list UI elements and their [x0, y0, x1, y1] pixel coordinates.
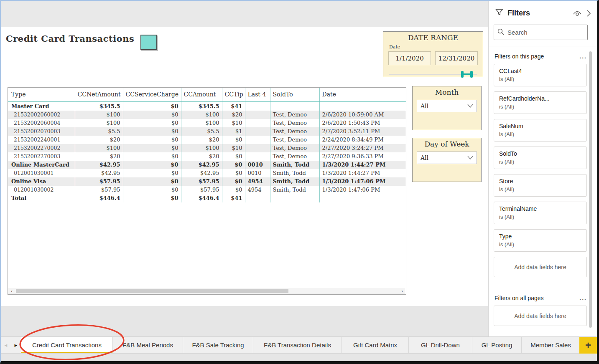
date-end-input[interactable]: 12/31/2020 — [435, 51, 478, 65]
table-cell: Test, Demoo — [270, 127, 319, 136]
table-row[interactable]: 21532002060002$100$0$100$20Test, Demoo2/… — [8, 111, 406, 119]
filter-card-type[interactable]: Typeis (All) — [494, 229, 587, 252]
column-header-soldto[interactable]: SoldTo — [270, 88, 319, 102]
table-cell: $0 — [123, 102, 181, 111]
more-options-icon[interactable]: ... — [579, 295, 587, 301]
tabs-scroll-right-icon[interactable]: ► — [11, 337, 21, 353]
month-dropdown[interactable]: All — [417, 100, 477, 112]
dow-slicer-title: Day of Week — [413, 138, 481, 148]
scroll-right-icon[interactable]: › — [399, 288, 405, 294]
filter-card-salenum[interactable]: SaleNumis (All) — [494, 119, 587, 142]
filters-pane-scrollbar[interactable] — [589, 51, 592, 328]
column-header-date[interactable]: Date — [319, 88, 406, 102]
table-cell — [245, 144, 270, 152]
table-row[interactable]: 21532002070003$5.5$0$5.5$1Test, Demoo2/7… — [8, 127, 406, 136]
table-cell: $42.95 — [75, 169, 123, 177]
column-header-last-4[interactable]: Last 4 — [245, 88, 270, 102]
table-cell: 4954 — [245, 177, 270, 186]
table-cell: $0 — [222, 186, 245, 194]
date-range-title: DATE RANGE — [383, 32, 483, 42]
month-slicer-title: Month — [413, 86, 481, 96]
page-tab-bar: ◄ ► Credit Card TransactionsF&B Meal Per… — [1, 336, 597, 354]
table-row[interactable]: 21532002240001$20$0$20$0Test, Demoo2/24/… — [8, 136, 406, 144]
filter-card-cclast4[interactable]: CCLast4is (All) — [494, 64, 587, 86]
table-cell: 2/6/2020 1:50:43 PM — [319, 119, 406, 127]
table-row[interactable]: 21532002270002$100$0$100$10Test, Demoo2/… — [8, 144, 406, 152]
add-data-fields-card-all-pages[interactable]: Add data fields here — [494, 306, 587, 326]
tab-gift-card-matrix[interactable]: Gift Card Matrix — [342, 337, 409, 353]
chevron-down-icon — [467, 155, 473, 161]
table-cell — [245, 119, 270, 127]
table-horizontal-scrollbar[interactable]: ‹ › — [8, 288, 405, 294]
table-row[interactable]: Online MasterCard$42.95$0$42.95$00010Smi… — [8, 161, 406, 169]
day-of-week-slicer: Day of Week All — [412, 138, 482, 182]
eye-icon[interactable] — [573, 10, 581, 16]
top-chrome-band — [1, 1, 488, 27]
accent-square[interactable] — [140, 35, 157, 50]
table-cell: 0010 — [245, 169, 270, 177]
table-row[interactable]: 012001030002$57.95$0$57.95$04954Smith, T… — [8, 186, 406, 194]
table-cell: $100 — [181, 144, 222, 152]
table-row[interactable]: Total$446.4$0$446.4$41 — [8, 194, 406, 202]
add-page-button[interactable]: + — [579, 337, 597, 354]
tab-gl-drill-down[interactable]: GL Drill-Down — [409, 337, 472, 353]
table-cell — [245, 111, 270, 119]
slider-handle[interactable] — [461, 71, 473, 78]
table-cell: Total — [8, 194, 75, 202]
search-input[interactable] — [507, 29, 570, 36]
tab-f-b-sale-tracking[interactable]: F&B Sale Tracking — [183, 337, 253, 353]
table-cell: $42.95 — [181, 161, 222, 169]
table-cell: $57.95 — [75, 186, 123, 194]
table-cell: Master Card — [8, 102, 75, 111]
table-cell: 21532002270003 — [8, 152, 75, 161]
table-cell: $1 — [222, 127, 245, 136]
tab-f-b-meal-periods[interactable]: F&B Meal Periods — [113, 337, 183, 353]
table-cell: $345.5 — [75, 102, 123, 111]
column-header-ccnetamount[interactable]: CCNetAmount — [75, 88, 123, 102]
date-start-input[interactable]: 1/1/2020 — [388, 51, 431, 65]
dow-dropdown[interactable]: All — [417, 152, 477, 164]
filter-search-box[interactable] — [494, 25, 588, 40]
table-cell: $42.95 — [75, 161, 123, 169]
scrollbar-track[interactable] — [15, 288, 399, 293]
table-row[interactable]: 012001030001$42.95$0$42.95$00010Smith, T… — [8, 169, 406, 177]
tab-credit-card-transactions[interactable]: Credit Card Transactions — [21, 337, 113, 353]
tab-f-b-transaction-details[interactable]: F&B Transaction Details — [253, 337, 342, 353]
column-header-ccamount[interactable]: CCAmount — [181, 88, 222, 102]
table-row[interactable]: Master Card$345.5$0$345.5$41 — [8, 102, 406, 111]
filter-funnel-icon — [495, 8, 503, 18]
date-range-slider[interactable] — [389, 71, 477, 78]
tab-gl-posting[interactable]: GL Posting — [472, 337, 522, 353]
table-cell: $0 — [123, 177, 181, 186]
tabs-scroll-left-icon[interactable]: ◄ — [1, 337, 11, 353]
scroll-left-icon[interactable]: ‹ — [8, 288, 15, 294]
date-field-label: Date — [389, 44, 483, 50]
table-cell — [270, 102, 319, 111]
filter-field-name: SaleNum — [499, 123, 582, 129]
more-options-icon[interactable]: ... — [579, 53, 587, 60]
column-header-type[interactable]: Type — [8, 88, 75, 102]
column-header-ccservicecharge[interactable]: CCServiceCharge — [123, 88, 181, 102]
column-header-cctip[interactable]: CCTip — [222, 88, 245, 102]
filter-card-refcardholderna-[interactable]: RefCardholderNa...is (All) — [494, 91, 587, 114]
filter-card-soldto[interactable]: SoldTois (All) — [494, 147, 587, 169]
table-row[interactable]: Online Visa$57.95$0$57.95$04954Smith, To… — [8, 177, 406, 186]
transactions-table-visual: TypeCCNetAmountCCServiceChargeCCAmountCC… — [8, 87, 406, 295]
tab-member-sales[interactable]: Member Sales — [522, 337, 580, 353]
table-row[interactable]: 21532002060004$100$0$100$10Test, Demoo2/… — [8, 119, 406, 127]
filter-card-store[interactable]: Storeis (All) — [494, 174, 587, 197]
filter-card-terminalname[interactable]: TerminalNameis (All) — [494, 202, 587, 224]
table-cell: Online MasterCard — [8, 161, 75, 169]
table-cell — [319, 194, 406, 202]
scrollbar-thumb[interactable] — [16, 289, 288, 293]
add-data-fields-card[interactable]: Add data fields here — [494, 257, 587, 277]
table-cell — [245, 194, 270, 202]
page-title: Credit Card Transactions — [6, 33, 134, 44]
table-cell: $10 — [222, 119, 245, 127]
filter-field-name: TerminalName — [499, 205, 582, 212]
table-row[interactable]: 21532002270003$20$0$20$0Test, Demoo2/27/… — [8, 152, 406, 161]
table-cell: $41 — [222, 194, 245, 202]
table-cell: $0 — [123, 161, 181, 169]
table-cell: $0 — [123, 111, 181, 119]
collapse-pane-icon[interactable] — [586, 10, 591, 17]
